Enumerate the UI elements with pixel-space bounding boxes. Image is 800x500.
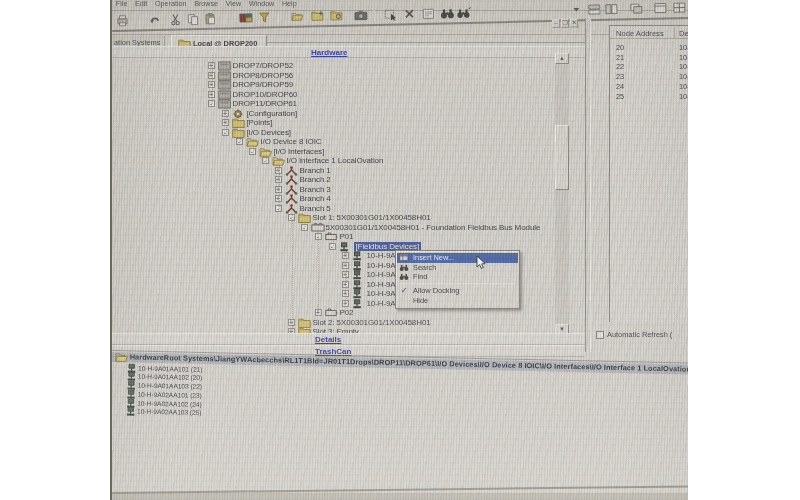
menu-item-spacer [399, 296, 409, 304]
delete-x-button[interactable] [403, 8, 417, 21]
device-list-row[interactable]: 2510-H-9A02AA103 [610, 92, 688, 102]
camera-button[interactable] [353, 9, 367, 22]
checkbox-icon[interactable] [596, 331, 604, 339]
section-bar-details[interactable]: Details [112, 333, 585, 345]
tree-label[interactable]: Branch 2 [300, 175, 331, 184]
tree-label[interactable]: 5X00301G01/1X00458H01 - Foundation Field… [326, 223, 541, 232]
device-list-row[interactable]: 2210-H-9A01AA103 [610, 62, 688, 72]
cut-button[interactable] [169, 13, 183, 26]
tree-label[interactable]: DROP7/DROP52 [233, 61, 294, 70]
tree-label[interactable]: DROP11/DROP61 [233, 99, 297, 108]
tree-row[interactable]: -DROP11/DROP61 [208, 99, 297, 109]
device-cell: 10-H-9A01AA102 [679, 43, 688, 52]
menu-item-find[interactable]: Find [397, 272, 518, 282]
tree-row[interactable]: -[I/O Interfaces] [249, 146, 325, 156]
tree-row[interactable]: +P02 [315, 308, 354, 318]
tree-connector-line [240, 137, 241, 142]
scroll-thumb[interactable] [555, 125, 569, 190]
tree-label[interactable]: [Configuration] [247, 109, 298, 118]
tree-row[interactable]: -[I/O Devices] [222, 127, 292, 137]
tree-row[interactable]: -Slot 1: 5X00301G01/1X00458H01 [288, 213, 431, 223]
binoculars-icon [399, 273, 409, 281]
tree-label[interactable]: Branch 1 [300, 166, 331, 175]
tree-row[interactable]: +[Points] [222, 118, 273, 128]
tree-label[interactable]: [Points] [247, 118, 273, 127]
tree-row[interactable]: +Branch 3 [275, 184, 331, 194]
tree-row[interactable]: +Slot 2: 5X00301G01/1X00458H01 [288, 317, 431, 327]
filter-funnel-button[interactable] [258, 11, 272, 24]
tree-label[interactable]: DROP8/DROP56 [233, 71, 294, 80]
printer-button[interactable] [115, 15, 129, 28]
tree-label[interactable]: DROP10/DROP60 [233, 90, 298, 99]
tree-label[interactable]: DROP9/DROP59 [233, 80, 294, 89]
tree-row[interactable]: +Branch 2 [275, 175, 331, 185]
result-item[interactable]: 10-H-9A02AA103 (25) [125, 407, 202, 418]
tree-label[interactable]: Branch 3 [300, 185, 331, 194]
insert-new-icon [399, 254, 409, 262]
paste-button[interactable] [203, 13, 217, 26]
section-label-details[interactable]: Details [315, 335, 341, 344]
tree-label[interactable]: P02 [340, 308, 354, 317]
cascade-button[interactable] [630, 3, 644, 16]
device-list-row[interactable]: 2310-H-9A02AA101 [610, 72, 688, 82]
tree-label[interactable]: I/O Interface 1 LocalOvation [287, 156, 384, 165]
mdi-minimize-button[interactable]: – [552, 19, 560, 28]
tile-horizontal-button[interactable] [588, 4, 602, 17]
column-divider[interactable] [674, 27, 675, 38]
tree-row[interactable]: +DROP10/DROP60 [208, 89, 298, 99]
tree-row[interactable]: +Branch 4 [275, 194, 331, 204]
tree-row[interactable]: +DROP9/DROP59 [208, 80, 294, 90]
folder-open-button[interactable] [290, 11, 304, 24]
paste-icon [203, 13, 215, 25]
menu-item-search[interactable]: Search [397, 263, 518, 273]
search-binoculars-button[interactable] [439, 7, 453, 20]
select-box-button[interactable] [383, 9, 397, 22]
tree-label[interactable]: Branch 4 [300, 194, 331, 203]
tree-label[interactable]: Slot 1: 5X00301G01/1X00458H01 [313, 213, 431, 222]
tree-label[interactable]: [I/O Interfaces] [274, 147, 325, 156]
tree-row[interactable]: +DROP7/DROP52 [208, 61, 294, 71]
menu-separator [399, 283, 516, 284]
undo-button[interactable] [148, 14, 162, 27]
find-binoculars-button[interactable] [455, 7, 469, 20]
tile-vertical-button[interactable] [605, 3, 619, 16]
split-icon [673, 2, 686, 13]
tree-row[interactable]: +DROP8/DROP56 [208, 70, 294, 80]
folder-new-button[interactable] [310, 10, 324, 23]
tree-scrollbar[interactable]: ▲ ▼ [555, 53, 569, 335]
tree-row[interactable]: -5X00301G01/1X00458H01 - Foundation Fiel… [301, 222, 541, 232]
properties-button[interactable] [421, 8, 435, 21]
toolbar-separator [347, 11, 348, 22]
tree-label[interactable]: P01 [340, 232, 354, 241]
tree-row[interactable]: -I/O Interface 1 LocalOvation [262, 156, 384, 166]
column-device[interactable]: Device [679, 29, 688, 38]
menu-item-insert-new[interactable]: Insert New... [397, 253, 518, 263]
tree-label[interactable]: Branch 5 [300, 204, 331, 213]
menu-item-hide[interactable]: Hide [397, 296, 518, 306]
tree-row[interactable]: -Branch 5 [275, 203, 331, 213]
tree-connector-line [279, 165, 280, 209]
scroll-up-button[interactable]: ▲ [555, 53, 569, 64]
folder-view-button[interactable] [329, 10, 343, 23]
copy-button[interactable] [186, 13, 200, 26]
tree-row[interactable]: -P01 [315, 232, 354, 242]
tree-label[interactable]: I/O Device 8 IOIC [261, 137, 322, 146]
tree-label[interactable]: Slot 2: 5X00301G01/1X00458H01 [313, 318, 431, 327]
menu-item-allow-docking[interactable]: ✓Allow Docking [397, 286, 518, 296]
device-list-row[interactable]: 2110-H-9A01AA101 [610, 53, 688, 63]
tree-label[interactable]: [I/O Devices] [247, 128, 292, 137]
split-button[interactable] [673, 2, 687, 15]
device-list-row[interactable]: 2010-H-9A01AA102 [610, 43, 688, 53]
tree-row[interactable]: +Branch 1 [275, 165, 331, 175]
drop-package-button[interactable] [238, 12, 252, 25]
device-cell: 10-H-9A01AA101 [679, 53, 688, 62]
column-node-address[interactable]: Node Address [616, 29, 664, 38]
device-list-row[interactable]: 2410-H-9A02AA102 [610, 82, 688, 92]
tree-row[interactable]: +[Configuration] [222, 108, 298, 118]
mdi-close-button[interactable]: ✕ [570, 18, 578, 27]
tree-row[interactable]: -I/O Device 8 IOIC [236, 137, 322, 147]
mdi-restore-button[interactable]: ❐ [561, 19, 569, 28]
folder-open-icon [290, 11, 304, 22]
dropdown-arrow-button[interactable] [572, 4, 586, 17]
arrange-button[interactable] [654, 2, 668, 15]
